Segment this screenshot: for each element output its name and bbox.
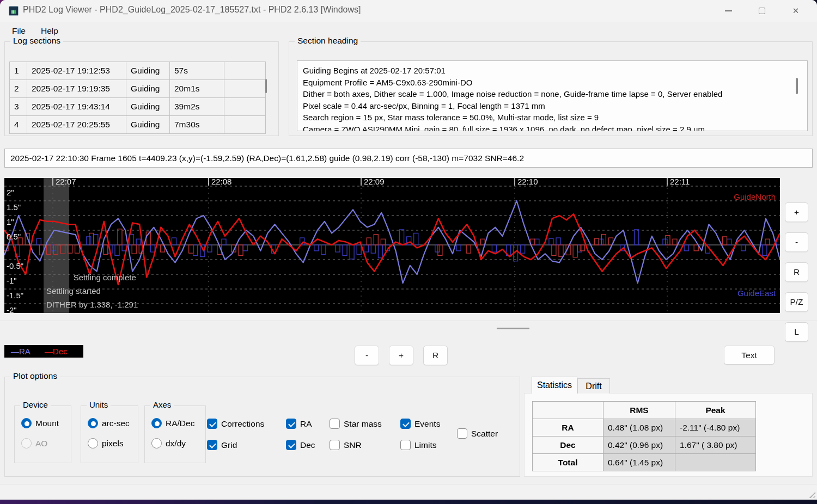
splitter-drag-handle[interactable] — [497, 328, 529, 329]
checkbox-label: Dec — [300, 440, 315, 450]
svg-text:22:10: 22:10 — [517, 178, 538, 186]
vzoom-in-button[interactable]: + — [785, 202, 808, 222]
units-group-label: Units — [87, 400, 111, 409]
row-spare — [224, 116, 266, 134]
log-section-row[interactable]: 12025-02-17 19:12:53Guiding57s — [10, 62, 266, 80]
checkbox-label: Corrections — [221, 419, 264, 429]
log-section-row[interactable]: 42025-02-17 20:25:55Guiding7m30s — [10, 116, 266, 134]
svg-text:22:07: 22:07 — [56, 178, 76, 186]
heading-line: Pixel scale = 0.44 arc-sec/px, Binning =… — [303, 100, 791, 112]
stats-peak-value — [675, 454, 756, 471]
section-heading-scrollbar[interactable] — [796, 78, 798, 94]
radio-dxdy[interactable]: dx/dy — [151, 438, 186, 448]
radio-pixels[interactable]: pixels — [88, 438, 124, 448]
radio-arcsec[interactable]: arc-sec — [88, 418, 130, 428]
stats-peak-value: -2.11" (-4.80 px) — [675, 419, 756, 437]
svg-text:Settling complete: Settling complete — [74, 273, 136, 282]
checkbox-label: Scatter — [471, 429, 498, 439]
checkbox-scatter[interactable]: Scatter — [457, 428, 498, 439]
row-spare — [224, 62, 266, 80]
guide-chart[interactable]: 22:0722:0822:0922:1022:112"1.5"1"0.5"-0.… — [4, 178, 780, 313]
stats-rms-value: 0.42" (0.96 px) — [603, 437, 675, 454]
section-heading-group: Section heading Guiding Begins at 2025-0… — [289, 41, 813, 136]
stats-rms-value: 0.64" (1.45 px) — [603, 454, 675, 471]
log-section-row[interactable]: 22025-02-17 19:19:35Guiding20m1s — [10, 80, 266, 98]
row-number: 2 — [10, 80, 27, 98]
lock-button[interactable]: L — [785, 322, 808, 342]
option-group-device: DeviceMountAO — [14, 405, 71, 463]
checkbox-icon — [457, 428, 467, 439]
maximize-button[interactable] — [745, 0, 779, 22]
stats-header-cell: Peak — [675, 402, 756, 419]
close-button[interactable]: ✕ — [779, 0, 813, 22]
resize-grip[interactable] — [808, 490, 815, 498]
radio-label: dx/dy — [166, 439, 186, 448]
checkbox-star-mass[interactable]: Star mass — [330, 419, 382, 429]
radio-mount[interactable]: Mount — [21, 418, 59, 428]
radio-label: Mount — [35, 419, 59, 428]
checkbox-icon — [286, 440, 296, 450]
log-sections-table: 12025-02-17 19:12:53Guiding57s22025-02-1… — [9, 62, 266, 134]
tab-drift[interactable]: Drift — [577, 378, 610, 394]
checkbox-grid[interactable]: Grid — [207, 440, 237, 450]
stats-header-row: RMSPeak — [533, 402, 756, 419]
guide-chart-svg: 22:0722:0822:0922:1022:112"1.5"1"0.5"-0.… — [4, 178, 780, 313]
log-sections-scrollbar[interactable] — [265, 79, 267, 93]
svg-text:22:09: 22:09 — [364, 178, 385, 186]
checkbox-corrections[interactable]: Corrections — [207, 419, 264, 429]
checkbox-label: Star mass — [344, 419, 382, 429]
legend-dec: —Dec — [45, 347, 68, 356]
row-datetime: 2025-02-17 19:19:35 — [27, 80, 126, 98]
vzoom-out-button[interactable]: - — [785, 232, 808, 252]
chart-legend: —RA —Dec — [4, 345, 83, 358]
tab-statistics[interactable]: Statistics — [532, 377, 577, 394]
checkbox-label: Events — [414, 419, 440, 429]
checkbox-icon — [330, 440, 340, 450]
title-bar[interactable]: PHD2 Log Viewer - PHD2_GuideLog_2025-02-… — [0, 0, 817, 22]
radio-radec[interactable]: RA/Dec — [151, 418, 194, 428]
svg-text:Settling started: Settling started — [46, 286, 101, 296]
checkbox-icon — [207, 419, 217, 429]
checkbox-snr[interactable]: SNR — [330, 440, 362, 450]
heading-line: Search region = 15 px, Star mass toleran… — [303, 112, 791, 124]
row-type: Guiding — [126, 62, 170, 80]
radio-icon — [21, 418, 32, 428]
row-type: Guiding — [126, 98, 170, 116]
row-duration: 20m1s — [170, 80, 224, 98]
option-group-axes: AxesRA/Decdx/dy — [144, 405, 206, 463]
row-number: 3 — [10, 98, 27, 116]
log-sections-group: Log sections 12025-02-17 19:12:53Guiding… — [4, 41, 279, 136]
pan-zoom-toggle-button[interactable]: P/Z — [785, 292, 808, 312]
svg-text:-2": -2" — [7, 305, 17, 313]
hzoom-out-button[interactable]: - — [355, 346, 379, 365]
stats-header-cell — [533, 402, 603, 419]
hzoom-in-button[interactable]: + — [389, 346, 413, 365]
checkbox-icon — [207, 440, 217, 450]
minimize-button[interactable] — [711, 0, 745, 22]
radio-icon — [88, 418, 98, 428]
heading-line: Equipment Profile = AM5-C9x0.63-290mini-… — [303, 77, 791, 89]
radio-label: pixels — [102, 439, 124, 448]
row-type: Guiding — [126, 80, 170, 98]
stats-rms-value: 0.48" (1.08 px) — [603, 419, 675, 437]
log-section-row[interactable]: 32025-02-17 19:43:14Guiding39m2s — [10, 98, 266, 116]
radio-ao[interactable]: AO — [21, 438, 47, 448]
vreset-button[interactable]: R — [785, 262, 808, 282]
stats-peak-value: 1.67" ( 3.80 px) — [675, 437, 756, 454]
radio-icon — [21, 438, 32, 448]
checkbox-limits[interactable]: Limits — [400, 440, 436, 450]
hreset-button[interactable]: R — [423, 346, 448, 365]
panel-divider — [0, 321, 817, 321]
row-duration: 39m2s — [170, 98, 224, 116]
window-title: PHD2 Log Viewer - PHD2_GuideLog_2025-02-… — [23, 5, 361, 15]
radio-icon — [151, 438, 162, 448]
checkbox-ra[interactable]: RA — [286, 419, 312, 429]
checkbox-label: SNR — [344, 440, 362, 450]
checkbox-events[interactable]: Events — [400, 419, 440, 429]
row-duration: 57s — [170, 62, 224, 80]
stats-row-ra: RA0.48" (1.08 px)-2.11" (-4.80 px) — [533, 419, 756, 437]
text-view-button[interactable]: Text — [724, 346, 775, 365]
checkbox-dec[interactable]: Dec — [286, 440, 315, 450]
svg-text:22:11: 22:11 — [670, 178, 690, 186]
section-heading-text[interactable]: Guiding Begins at 2025-02-17 20:57:01Equ… — [297, 60, 808, 131]
